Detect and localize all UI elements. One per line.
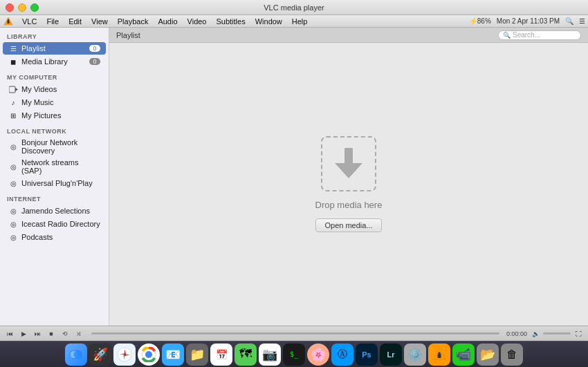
sidebar-item-media-library[interactable]: ◼ Media Library 0 — [3, 55, 106, 68]
fullscreen-button[interactable]: ⛶ — [573, 328, 584, 339]
dock-maps[interactable]: 🗺 — [235, 344, 257, 366]
next-button[interactable]: ⏭ — [32, 328, 43, 339]
sidebar-item-my-music-label: My Music — [21, 98, 53, 106]
sidebar-item-playlist[interactable]: ☰ Playlist 0 — [3, 42, 106, 55]
player-controls: ⏮ ▶ ⏭ ■ ⟲ ⤭ — [4, 328, 84, 339]
network-streams-icon: ◎ — [8, 162, 18, 171]
dock-mail[interactable]: 📧 — [162, 344, 184, 366]
current-time: 0:00:00 — [506, 330, 527, 337]
menubar: VLC File Edit View Playback Audio Video … — [0, 15, 588, 28]
sidebar-item-universal-plug-label: Universal Plug'n'Play — [21, 179, 93, 187]
my-pictures-icon: ⊞ — [8, 111, 18, 120]
sidebar-item-my-pictures[interactable]: ⊞ My Pictures — [3, 109, 106, 122]
dock-safari[interactable] — [113, 344, 136, 366]
window-title: VLC media player — [264, 3, 324, 12]
menu-help[interactable]: Help — [288, 17, 312, 26]
sidebar-item-podcasts-label: Podcasts — [21, 233, 53, 241]
playlist-icon: ☰ — [8, 44, 18, 53]
drop-icon-container — [321, 136, 376, 191]
dock-finder[interactable] — [65, 344, 87, 366]
menu-audio[interactable]: Audio — [154, 17, 181, 26]
sidebar-item-jamendo-label: Jamendo Selections — [21, 207, 90, 215]
sidebar-item-bonjour-label: Bonjour Network Discovery — [21, 138, 100, 155]
dock-facetime[interactable]: 📹 — [452, 344, 475, 366]
menu-video[interactable]: Video — [183, 17, 211, 26]
player-bar: ⏮ ▶ ⏭ ■ ⟲ ⤭ 0:00:00 🔈 ⛶ — [0, 326, 588, 341]
playlist-badge: 0 — [89, 45, 100, 52]
play-button[interactable]: ▶ — [18, 328, 29, 339]
svg-rect-1 — [8, 21, 10, 23]
menu-subtitles[interactable]: Subtitles — [212, 17, 249, 26]
main-layout: LIBRARY ☰ Playlist 0 ◼ Media Library 0 M… — [0, 28, 588, 326]
dock-photos2[interactable]: 🌸 — [307, 344, 329, 366]
volume-slider[interactable] — [543, 332, 571, 335]
sidebar-item-icecast-label: Icecast Radio Directory — [21, 220, 100, 228]
sidebar-item-bonjour[interactable]: ◎ Bonjour Network Discovery — [3, 137, 106, 156]
menu-vlc[interactable]: VLC — [18, 17, 41, 26]
loop-button[interactable]: ⟲ — [59, 328, 71, 339]
dock-lightroom[interactable]: Lr — [380, 344, 402, 366]
open-media-button[interactable]: Open media... — [315, 218, 381, 232]
minimize-button[interactable] — [18, 3, 26, 12]
content-area: Playlist 🔍 Search... Drop media here Ope… — [109, 28, 588, 326]
menu-edit[interactable]: Edit — [64, 17, 86, 26]
sidebar-item-network-streams[interactable]: ◎ Network streams (SAP) — [3, 157, 106, 176]
dock-trash[interactable]: 🗑 — [501, 344, 523, 366]
random-button[interactable]: ⤭ — [73, 328, 84, 339]
sidebar-item-network-streams-label: Network streams (SAP) — [21, 158, 100, 175]
dock-photos[interactable]: 📷 — [259, 344, 281, 366]
library-header: LIBRARY — [0, 28, 109, 41]
close-button[interactable] — [6, 3, 14, 12]
dock-launchpad[interactable]: 🚀 — [89, 344, 111, 366]
bonjour-icon: ◎ — [8, 142, 18, 151]
volume-area: 🔈 ⛶ — [530, 328, 584, 339]
podcasts-icon: ◎ — [8, 232, 18, 242]
search-placeholder: Search... — [513, 31, 540, 39]
menubar-status: ⚡86% Mon 2 Apr 11:03 PM 🔍 ☰ — [469, 17, 585, 25]
mute-button[interactable]: 🔈 — [530, 328, 541, 339]
icecast-icon: ◎ — [8, 219, 18, 229]
maximize-button[interactable] — [30, 3, 39, 12]
svg-marker-4 — [15, 88, 18, 91]
sidebar-item-universal-plug[interactable]: ◎ Universal Plug'n'Play — [3, 177, 106, 189]
sidebar-item-my-videos[interactable]: My Videos — [3, 83, 106, 95]
my-videos-icon — [8, 84, 18, 94]
menu-view[interactable]: View — [87, 17, 112, 26]
stop-button[interactable]: ■ — [46, 328, 57, 339]
sidebar-item-playlist-label: Playlist — [21, 44, 46, 53]
prev-button[interactable]: ⏮ — [4, 328, 15, 339]
dock-vlc[interactable] — [428, 344, 450, 366]
sidebar-item-my-music[interactable]: ♪ My Music — [3, 96, 106, 109]
dock-chrome[interactable] — [138, 344, 160, 366]
sidebar-item-icecast[interactable]: ◎ Icecast Radio Directory — [3, 218, 106, 230]
menu-playback[interactable]: Playback — [113, 17, 153, 26]
datetime: Mon 2 Apr 11:03 PM — [497, 17, 560, 25]
dock-appstore[interactable]: Ⓐ — [331, 344, 353, 366]
dock-finder2[interactable]: 📁 — [186, 344, 208, 366]
menu-file[interactable]: File — [42, 17, 63, 26]
svg-rect-3 — [9, 86, 15, 93]
sidebar-item-jamendo[interactable]: ◎ Jamendo Selections — [3, 205, 106, 217]
dock: 🚀 📧 📁 📅 🗺 📷 $_ 🌸 Ⓐ Ps Lr ⚙️ 📹 📂 🗑 — [0, 341, 588, 367]
svg-point-2 — [8, 19, 9, 20]
dock-finder3[interactable]: 📂 — [477, 344, 499, 366]
search-icon[interactable]: 🔍 — [565, 17, 573, 25]
content-header-title: Playlist — [116, 31, 140, 39]
dock-photoshop[interactable]: Ps — [356, 344, 378, 366]
svg-rect-5 — [344, 148, 353, 164]
drop-zone: Drop media here Open media... — [109, 43, 588, 326]
search-icon-small: 🔍 — [503, 32, 511, 39]
sidebar: LIBRARY ☰ Playlist 0 ◼ Media Library 0 M… — [0, 28, 109, 326]
sidebar-item-podcasts[interactable]: ◎ Podcasts — [3, 231, 106, 243]
dock-settings[interactable]: ⚙️ — [404, 344, 426, 366]
dock-terminal[interactable]: $_ — [283, 344, 305, 366]
my-music-icon: ♪ — [8, 97, 18, 107]
seek-bar[interactable] — [91, 332, 499, 335]
menu-window[interactable]: Window — [251, 17, 286, 26]
dock-calendar[interactable]: 📅 — [210, 344, 232, 366]
search-box[interactable]: 🔍 Search... — [498, 30, 581, 40]
svg-point-15 — [145, 351, 152, 358]
svg-rect-17 — [438, 354, 441, 358]
list-icon[interactable]: ☰ — [579, 17, 585, 25]
internet-header: INTERNET — [0, 190, 109, 204]
